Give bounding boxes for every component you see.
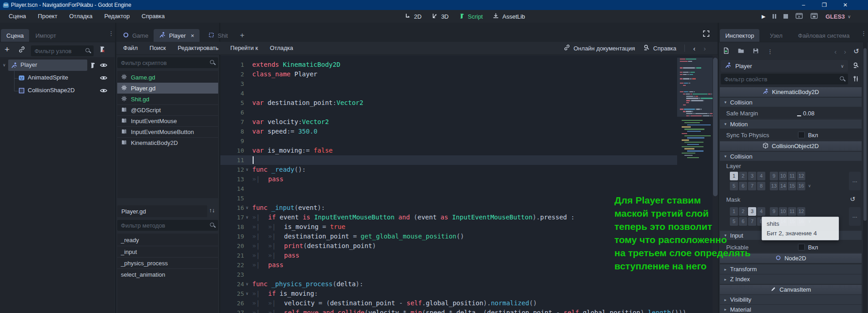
open-script-icon[interactable] [89,62,95,70]
script-item-shitgd[interactable]: Shit.gd [117,94,218,104]
mask-more-button[interactable]: ... [849,207,861,226]
layer-bit-12[interactable]: 12 [797,172,805,180]
distraction-free-icon[interactable] [703,30,710,39]
script-item-kinematicbody2d[interactable]: KinematicBody2D [117,137,218,148]
pause-button[interactable] [773,14,776,19]
filter-methods-input[interactable] [117,220,218,231]
layer-bit-3[interactable]: 3 [748,172,756,180]
layer-bit-10[interactable]: 10 [779,172,787,180]
visibility-eye-icon[interactable] [100,75,107,82]
load-resource-button[interactable] [738,48,744,55]
method-item-_input[interactable]: _input [117,246,218,257]
section-visibility[interactable]: ▸Visibility [720,295,862,304]
add-node-button[interactable]: + [5,45,10,55]
script-tab-shit[interactable]: Shit [203,29,233,42]
history-back-button[interactable]: ‹ [693,45,695,52]
layer-bit-4[interactable]: 4 [757,172,765,180]
layer-bit-6[interactable]: 6 [739,182,747,190]
layer-more-button[interactable]: ... [849,172,861,190]
layer-bit-11[interactable]: 11 [788,172,796,180]
layer-bit-2[interactable]: 2 [739,172,747,180]
fold-icon[interactable]: ∨ [246,203,248,213]
tab-filesystem[interactable]: Файловая система [793,29,855,42]
layer-bit-14[interactable]: 14 [779,182,787,190]
node-selector[interactable]: Player ∨ [721,60,848,72]
play-button[interactable]: ▶ [762,14,765,20]
mask-bit-11[interactable]: 11 [788,207,796,216]
renderer-dropdown[interactable]: GLES3 ∨ [825,13,851,20]
script-item-inputeventmousebutton[interactable]: InputEventMouseButton [117,126,218,137]
script-item-gamegd[interactable]: Game.gd [117,72,218,83]
filter-properties-input[interactable] [721,74,848,84]
workspace-script-button[interactable]: Script [459,13,483,20]
layer-bit-1[interactable]: 1 [730,172,738,180]
workspace-assetlib-button[interactable]: AssetLib [493,13,525,20]
inspector-dock-menu-button[interactable]: ⋮ [861,30,867,37]
method-item-_physics_process[interactable]: _physics_process [117,257,218,268]
property-tools-button[interactable] [853,75,859,84]
layer-bit-16[interactable]: 16 [797,182,805,190]
filter-scripts-input[interactable] [117,57,218,68]
tab-node[interactable]: Узел [764,29,788,42]
visibility-eye-icon[interactable] [100,88,107,95]
menu-editor[interactable]: Редактор [99,10,136,23]
script-tab-player[interactable]: Player× [154,29,200,42]
fold-icon[interactable]: ∨ [246,165,248,174]
script-menu-2[interactable]: Редактировать [172,42,224,55]
workspace-2d-button[interactable]: 2D [404,13,422,20]
expand-chevron-icon[interactable]: ∨ [3,63,6,67]
spin-slider[interactable] [797,115,801,116]
sync-checkbox[interactable] [798,131,805,138]
section-z-index[interactable]: ▸Z Index [720,274,862,284]
play-scene-button[interactable] [795,13,803,20]
fold-icon[interactable]: ∨ [246,279,248,289]
layer-bit-9[interactable]: 9 [770,172,778,180]
layer-bit-15[interactable]: 15 [788,182,796,190]
history-forward-button[interactable]: › [703,45,706,52]
script-menu-3[interactable]: Перейти к [224,42,264,55]
online-docs-button[interactable]: Онлайн документация [564,44,635,52]
script-item-gdscript[interactable]: @GDScript [117,104,218,115]
layer-bit-8[interactable]: 8 [757,182,765,190]
filter-nodes-input[interactable] [31,45,94,56]
scrollbar-thumb[interactable] [713,58,718,196]
method-item-select_animation[interactable]: select_animation [117,268,218,280]
inspector-scrollbar[interactable] [863,42,867,313]
section-collision2[interactable]: ▾Collision [720,152,862,161]
layer-bit-5[interactable]: 5 [730,182,738,190]
open-node-docs-button[interactable] [853,62,859,70]
layer-bit-13[interactable]: 13 [770,182,778,190]
instance-scene-button[interactable] [18,46,25,55]
tab-import-dock[interactable]: Импорт [30,29,61,42]
tab-scene-dock[interactable]: Сцена [1,29,29,42]
maximize-button[interactable]: ❐ [814,0,835,10]
inspector-back-button[interactable]: ‹ [834,48,837,55]
close-button[interactable]: ✕ [835,0,856,10]
fold-icon[interactable]: ∨ [246,213,248,222]
scene-dock-menu-button[interactable]: ⋮ [108,30,114,37]
script-menu-4[interactable]: Отладка [264,42,299,55]
mask-revert-icon[interactable]: ↺ [850,195,855,203]
stop-button[interactable] [783,14,788,19]
menu-scene[interactable]: Сцена [3,10,32,23]
mask-bit-12[interactable]: 12 [797,207,805,216]
mask-bit-4[interactable]: 4 [757,207,765,216]
script-menu-0[interactable]: Файл [117,42,144,55]
splitter[interactable] [115,23,116,313]
fold-icon[interactable]: ∨ [246,289,248,298]
layer-bit-7[interactable]: 7 [748,182,756,190]
detach-script-button[interactable]: × [98,45,105,54]
script-item-inputeventmouse[interactable]: InputEventMouse [117,115,218,126]
script-item-playergd[interactable]: Player.gd [117,83,218,94]
inspector-forward-button[interactable]: › [844,48,846,55]
menu-debug[interactable]: Отладка [63,10,98,23]
code-editor[interactable]: 1extends KinematicBody2D2class_name Play… [220,55,718,313]
workspace-3d-button[interactable]: 3D [432,13,449,20]
section-collision[interactable]: ▾Collision [720,98,862,107]
visibility-eye-icon[interactable] [100,62,107,70]
close-icon[interactable]: × [191,32,195,39]
mask-bit-10[interactable]: 10 [779,207,787,216]
scrollbar-thumb[interactable] [863,48,867,221]
section-motion[interactable]: ▾Motion [720,119,862,129]
script-tab-game[interactable]: Game [117,29,154,42]
